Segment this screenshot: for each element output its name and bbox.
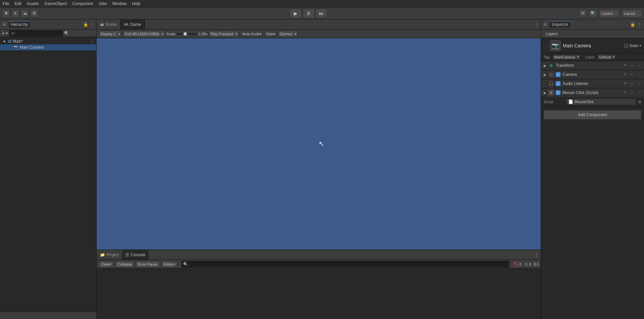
hierarchy-lock[interactable]: 🔓 <box>83 22 88 27</box>
display-dropdown[interactable]: Display 1 <box>99 31 121 37</box>
audio-actions: ? ↔ ⋮ <box>623 81 641 86</box>
mouseclick-menu[interactable]: ⋮ <box>636 90 641 95</box>
view-tabs: 🏔 Scene 🎮 Game ⋮ <box>97 19 541 30</box>
mouseclick-arrow: ▶ <box>544 91 546 95</box>
play-focused-dropdown[interactable]: Play Focused <box>209 31 239 37</box>
menu-jobs[interactable]: Jobs <box>96 1 109 7</box>
inspector-tab[interactable]: Inspector <box>550 21 570 28</box>
cursor-indicator: ↖ <box>319 140 324 148</box>
mouseclick-component: ▶ # ✓ Mouse Click (Script) ? ↔ ⋮ Script … <box>541 88 644 107</box>
audio-menu[interactable]: ⋮ <box>636 81 641 86</box>
mouseclick-icon: # <box>548 90 554 95</box>
script-select-icon[interactable]: ⊙ <box>638 99 641 104</box>
hierarchy-scene-main[interactable]: ▼ ⊞ Main* ⋮ <box>0 38 96 44</box>
console-icon: ☰ <box>125 253 129 257</box>
camera-menu[interactable]: ⋮ <box>636 72 641 77</box>
clear-button[interactable]: Clear ▾ <box>99 261 114 268</box>
camera-checkbox[interactable]: ✓ <box>556 72 560 77</box>
transform-expand[interactable]: ↔ <box>629 63 635 68</box>
mouseclick-checkbox[interactable]: ✓ <box>556 90 560 95</box>
menu-assets[interactable]: Assets <box>24 1 42 7</box>
layers-dropdown[interactable]: Layers <box>599 9 620 17</box>
error-pause-button[interactable]: Error Pause <box>136 261 160 268</box>
game-canvas[interactable]: ↖ <box>97 38 541 249</box>
mouseclick-help[interactable]: ? <box>623 90 628 95</box>
play-button[interactable]: ▶ <box>290 9 302 18</box>
hierarchy-search-input[interactable] <box>9 30 63 36</box>
menu-file[interactable]: File <box>0 1 12 7</box>
toolbar-settings[interactable]: ⚙ <box>30 9 38 17</box>
transform-header[interactable]: ▶ ⊕ Transform ? ↔ ⋮ <box>541 61 644 70</box>
camera-header[interactable]: ▶ 🎥 ✓ Camera ? ↔ ⋮ <box>541 70 644 79</box>
hierarchy-add-arrow[interactable]: ▾ <box>6 31 8 35</box>
audio-header[interactable]: ▶ 🎧 ✓ Audio Listener ? ↔ ⋮ <box>541 79 644 88</box>
menu-help[interactable]: Help <box>129 1 143 7</box>
project-tab[interactable]: 📁 Project <box>97 250 122 260</box>
hierarchy-more[interactable]: ⋮ <box>90 22 94 27</box>
error-count[interactable]: 🚫 0 <box>513 262 522 267</box>
console-search-input[interactable] <box>190 262 507 266</box>
toolbar-search[interactable]: 🔍 <box>589 9 597 17</box>
bottom-more[interactable]: ⋮ <box>535 253 539 257</box>
static-checkbox[interactable] <box>624 44 628 48</box>
add-component-button[interactable]: Add Component <box>544 110 641 120</box>
collapse-button[interactable]: Collapse <box>115 261 134 268</box>
view-more[interactable]: ⋮ <box>535 22 539 27</box>
tag-dropdown[interactable]: MainCamera <box>552 54 580 60</box>
object-icon-box: 📷 <box>550 40 561 51</box>
object-active-checkbox[interactable]: ✓ <box>544 44 548 48</box>
hierarchy-search-icon[interactable]: 🔍 <box>64 31 69 36</box>
pause-button[interactable]: ⏸ <box>303 9 315 18</box>
inspector-more[interactable]: ⋮ <box>637 22 641 27</box>
resolution-dropdown[interactable]: Full HD (1920×1080) <box>123 31 165 37</box>
inspector-panel: ☰ Inspector 🔓 ⋮ Layers ✓ 📷 Main Camera <box>541 19 644 319</box>
step-button[interactable]: ⏭ <box>315 9 327 18</box>
transform-menu[interactable]: ⋮ <box>636 63 641 68</box>
layout-dropdown[interactable]: Layout <box>622 9 642 17</box>
gizmos-dropdown[interactable]: Gizmos <box>278 31 298 37</box>
camera-help[interactable]: ? <box>623 72 628 77</box>
hierarchy-main-camera[interactable]: 📷 Main Camera <box>0 44 96 50</box>
editor-arrow: ▾ <box>173 263 175 266</box>
stats-btn[interactable]: Stats <box>264 31 276 37</box>
scale-slider[interactable] <box>177 33 197 35</box>
info-count[interactable]: ℹ 0 <box>534 262 539 267</box>
warning-count[interactable]: ⚠ 0 <box>524 262 531 267</box>
mouseclick-expand[interactable]: ↔ <box>629 90 635 95</box>
toolbar-cloud[interactable]: ☁ <box>21 9 29 17</box>
script-value[interactable]: 📄 MouseClick <box>566 98 636 105</box>
clear-arrow: ▾ <box>110 263 111 266</box>
game-tab[interactable]: 🎮 Game <box>120 19 145 29</box>
hierarchy-tab[interactable]: Hierarchy <box>9 21 30 28</box>
layer-dropdown[interactable]: Default <box>597 54 616 60</box>
script-row: Script 📄 MouseClick ⊙ <box>541 97 644 106</box>
transform-help[interactable]: ? <box>623 63 628 68</box>
audio-expand[interactable]: ↔ <box>629 81 635 86</box>
scene-tab[interactable]: 🏔 Scene <box>97 19 120 29</box>
audio-checkbox[interactable]: ✓ <box>556 81 560 86</box>
add-hierarchy-btn[interactable]: + <box>2 31 5 36</box>
mute-audio-btn[interactable]: Mute Audio <box>240 31 263 37</box>
editor-dropdown[interactable]: Editor ▾ <box>161 261 177 268</box>
object-camera-icon: 📷 <box>552 42 559 49</box>
menu-edit[interactable]: Edit <box>12 1 24 7</box>
static-arrow[interactable]: ▾ <box>640 44 641 47</box>
transform-actions: ? ↔ ⋮ <box>623 63 641 68</box>
console-search[interactable]: 🔍 <box>181 261 509 268</box>
console-tab[interactable]: ☰ Console <box>122 250 149 260</box>
menu-window[interactable]: Window <box>110 1 129 7</box>
toolbar-move-tool[interactable]: ✥ <box>2 9 10 17</box>
menu-gameobject[interactable]: GameObject <box>42 1 69 7</box>
audio-help[interactable]: ? <box>623 81 628 86</box>
camera-comp-arrow: ▶ <box>544 73 546 77</box>
inspector-lock[interactable]: 🔓 <box>630 22 635 27</box>
layers-tab[interactable]: Layers <box>544 31 560 37</box>
camera-expand[interactable]: ↔ <box>629 72 635 77</box>
project-icon: 📁 <box>100 253 105 257</box>
mouseclick-header[interactable]: ▶ # ✓ Mouse Click (Script) ? ↔ ⋮ <box>541 88 644 97</box>
menu-component[interactable]: Component <box>69 1 96 7</box>
scene-more[interactable]: ⋮ <box>90 39 94 44</box>
center-panel: 🏔 Scene 🎮 Game ⋮ Display 1 Full HD (1920… <box>97 19 541 249</box>
toolbar-history[interactable]: ⟳ <box>579 9 587 17</box>
toolbar-dropdown[interactable]: ▾ <box>11 9 19 17</box>
